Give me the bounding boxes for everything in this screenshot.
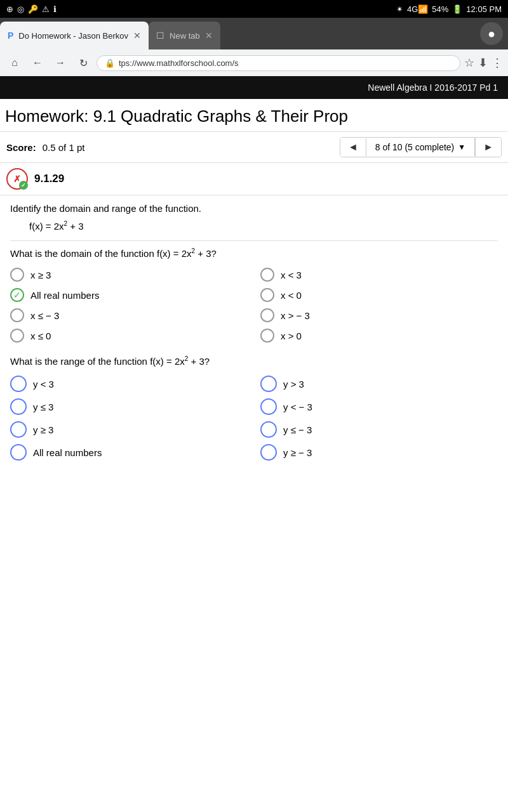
- range-label-6: y < − 3: [283, 402, 312, 412]
- prev-button[interactable]: ◄: [340, 138, 366, 157]
- range-option-7[interactable]: y ≤ − 3: [260, 421, 498, 438]
- range-radio-7[interactable]: [260, 421, 277, 438]
- domain-option-3[interactable]: x ≤ − 3: [10, 308, 248, 322]
- tab1-label: Do Homework - Jason Berkov: [18, 31, 128, 41]
- homework-title: Homework: 9.1 Quadratic Graphs & Their P…: [0, 99, 508, 132]
- range-option-1[interactable]: y < 3: [10, 376, 248, 392]
- nav-info-text: 8 of 10 (5 complete): [375, 142, 455, 152]
- domain-label-7: x > − 3: [281, 310, 310, 321]
- question-tag: ✗ ✓ 9.1.29: [0, 163, 508, 195]
- domain-label-2: All real numbers: [30, 290, 99, 301]
- domain-label-4: x ≤ 0: [30, 331, 51, 341]
- question-instruction: Identify the domain and range of the fun…: [10, 203, 498, 214]
- range-question: What is the range of the function f(x) =…: [10, 355, 498, 367]
- domain-label-3: x ≤ − 3: [30, 310, 59, 321]
- domain-option-7[interactable]: x > − 3: [260, 308, 498, 322]
- domain-label-8: x > 0: [281, 331, 302, 341]
- icon-warning: ⚠: [42, 4, 50, 14]
- range-label-5: y > 3: [283, 379, 304, 390]
- battery-text: 54%: [432, 4, 448, 14]
- bookmark-icon[interactable]: ☆: [464, 56, 474, 70]
- range-radio-3[interactable]: [10, 421, 27, 438]
- tab-homework[interactable]: P Do Homework - Jason Berkov ✕: [0, 22, 149, 49]
- range-option-5[interactable]: y > 3: [260, 376, 498, 392]
- domain-radio-1[interactable]: [10, 268, 24, 282]
- back-button[interactable]: ←: [28, 53, 47, 72]
- range-label-8: y ≥ − 3: [283, 447, 312, 458]
- score-value: 0.5 of 1 pt: [43, 142, 85, 153]
- range-option-4[interactable]: All real numbers: [10, 444, 248, 461]
- domain-option-5[interactable]: x < 3: [260, 268, 498, 282]
- lock-icon: 🔒: [105, 58, 115, 68]
- tab2-favicon: ☐: [156, 30, 164, 41]
- tab2-label: New tab: [170, 31, 200, 41]
- signal-icon: 4G📶: [407, 4, 428, 14]
- forward-button[interactable]: →: [51, 53, 70, 72]
- domain-radio-3[interactable]: [10, 308, 24, 322]
- domain-option-4[interactable]: x ≤ 0: [10, 329, 248, 343]
- score-label: Score:: [6, 142, 36, 153]
- reload-button[interactable]: ↻: [74, 53, 93, 72]
- score-nav-row: Score: 0.5 of 1 pt ◄ 8 of 10 (5 complete…: [0, 132, 508, 163]
- domain-radio-6[interactable]: [260, 288, 274, 302]
- new-tab-button[interactable]: ●: [480, 22, 503, 45]
- range-label-4: All real numbers: [33, 447, 102, 458]
- tab2-close[interactable]: ✕: [205, 30, 213, 41]
- address-actions: ☆ ⬇ ⋮: [464, 56, 503, 70]
- battery-icon: 🔋: [452, 4, 462, 14]
- domain-options-grid: x ≥ 3 x < 3 All real numbers x < 0 x ≤ −…: [10, 268, 498, 343]
- nav-info[interactable]: 8 of 10 (5 complete) ▼: [366, 138, 475, 156]
- range-option-8[interactable]: y ≥ − 3: [260, 444, 498, 461]
- domain-radio-8[interactable]: [260, 329, 274, 343]
- home-button[interactable]: ⌂: [5, 53, 24, 72]
- domain-option-1[interactable]: x ≥ 3: [10, 268, 248, 282]
- range-radio-4[interactable]: [10, 444, 27, 461]
- domain-label-5: x < 3: [281, 270, 302, 280]
- range-option-3[interactable]: y ≥ 3: [10, 421, 248, 438]
- domain-radio-7[interactable]: [260, 308, 274, 322]
- domain-option-8[interactable]: x > 0: [260, 329, 498, 343]
- browser-chrome: P Do Homework - Jason Berkov ✕ ☐ New tab…: [0, 18, 508, 76]
- range-radio-2[interactable]: [10, 398, 27, 415]
- range-label-3: y ≥ 3: [33, 424, 53, 435]
- nav-dropdown-icon[interactable]: ▼: [458, 143, 465, 152]
- domain-radio-2[interactable]: [10, 288, 24, 302]
- icon-key: 🔑: [28, 4, 38, 14]
- tab-bar: P Do Homework - Jason Berkov ✕ ☐ New tab…: [0, 18, 508, 49]
- time-display: 12:05 PM: [466, 4, 502, 14]
- check-icon: ✓: [19, 181, 28, 190]
- icon-info: ℹ: [53, 4, 57, 14]
- range-radio-8[interactable]: [260, 444, 277, 461]
- function-text: f(x) = 2x2 + 3: [29, 221, 84, 232]
- tab-new[interactable]: ☐ New tab ✕: [149, 22, 220, 49]
- question-id: 9.1.29: [34, 173, 64, 185]
- range-label-7: y ≤ − 3: [283, 424, 312, 435]
- download-icon[interactable]: ⬇: [478, 56, 488, 70]
- menu-icon[interactable]: ⋮: [491, 56, 503, 70]
- domain-label-6: x < 0: [281, 290, 302, 301]
- address-bar-row: ⌂ ← → ↻ 🔒 tps://www.mathxlforschool.com/…: [0, 49, 508, 76]
- nav-controls: ◄ 8 of 10 (5 complete) ▼ ►: [340, 137, 502, 157]
- domain-label-1: x ≥ 3: [30, 270, 51, 280]
- range-option-2[interactable]: y ≤ 3: [10, 398, 248, 415]
- range-label-2: y ≤ 3: [33, 402, 53, 412]
- course-name: Newell Algebra I 2016-2017 Pd 1: [368, 82, 498, 93]
- range-radio-6[interactable]: [260, 398, 277, 415]
- range-option-6[interactable]: y < − 3: [260, 398, 498, 415]
- domain-radio-4[interactable]: [10, 329, 24, 343]
- next-button[interactable]: ►: [475, 138, 501, 157]
- question-icon: ✗ ✓: [6, 168, 28, 190]
- range-radio-1[interactable]: [10, 376, 27, 392]
- tab1-favicon: P: [8, 30, 13, 41]
- domain-option-6[interactable]: x < 0: [260, 288, 498, 302]
- domain-radio-5[interactable]: [260, 268, 274, 282]
- function-display: f(x) = 2x2 + 3: [10, 220, 498, 232]
- divider1: [10, 240, 498, 241]
- bluetooth-icon: ✴: [396, 4, 403, 14]
- domain-option-2[interactable]: All real numbers: [10, 288, 248, 302]
- icon-circle2: ◎: [17, 4, 24, 14]
- status-left-icons: ⊕ ◎ 🔑 ⚠ ℹ: [6, 4, 57, 14]
- tab1-close[interactable]: ✕: [133, 30, 141, 41]
- range-radio-5[interactable]: [260, 376, 277, 392]
- address-field[interactable]: 🔒 tps://www.mathxlforschool.com/s: [97, 55, 460, 71]
